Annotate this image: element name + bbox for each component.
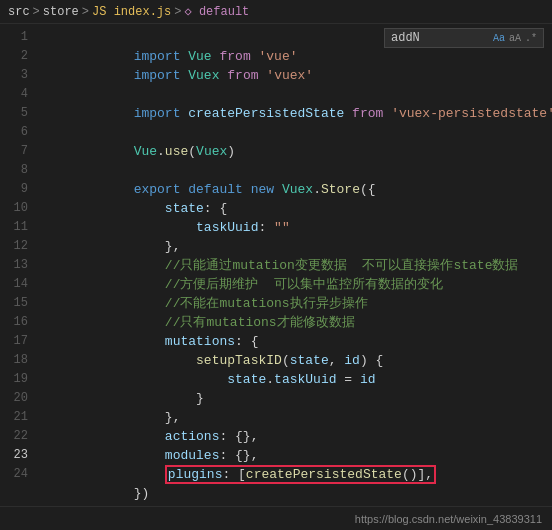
line-num-7: 7 <box>0 142 28 161</box>
line-num-6: 6 <box>0 123 28 142</box>
line-num-3: 3 <box>0 66 28 85</box>
line-num-8: 8 <box>0 161 28 180</box>
autocomplete-header: addN Aa aA .* <box>385 29 543 47</box>
code-lines: import Vue from 'vue' import Vuex from '… <box>36 24 552 506</box>
line-num-11: 11 <box>0 218 28 237</box>
line-numbers: 1 2 3 4 5 6 7 8 9 10 11 12 13 14 15 16 1… <box>0 24 36 506</box>
editor: src > store > JS index.js > ◇ default ad… <box>0 0 552 530</box>
breadcrumb: src > store > JS index.js > ◇ default <box>0 0 552 24</box>
autocomplete-options: Aa aA .* <box>493 33 537 44</box>
plugin-highlight-box: plugins: [createPersistedState()], <box>165 465 436 484</box>
line-num-12: 12 <box>0 237 28 256</box>
line-num-24: 24 <box>0 465 28 484</box>
footer-url: https://blog.csdn.net/weixin_43839311 <box>355 513 542 525</box>
line-num-23: 23 <box>0 446 28 465</box>
breadcrumb-file: JS index.js <box>92 5 171 19</box>
line-num-10: 10 <box>0 199 28 218</box>
line-num-22: 22 <box>0 427 28 446</box>
line-num-17: 17 <box>0 332 28 351</box>
line-num-15: 15 <box>0 294 28 313</box>
code-line-4: import createPersistedState from 'vuex-p… <box>36 85 552 104</box>
line-num-18: 18 <box>0 351 28 370</box>
autocomplete-case-sensitive[interactable]: Aa <box>493 33 505 44</box>
line-num-4: 4 <box>0 85 28 104</box>
line-num-9: 9 <box>0 180 28 199</box>
breadcrumb-store: store <box>43 5 79 19</box>
breadcrumb-export: ◇ default <box>184 4 249 19</box>
code-area[interactable]: 1 2 3 4 5 6 7 8 9 10 11 12 13 14 15 16 1… <box>0 24 552 506</box>
line-num-13: 13 <box>0 256 28 275</box>
line-num-2: 2 <box>0 47 28 66</box>
footer: https://blog.csdn.net/weixin_43839311 <box>0 506 552 530</box>
line-num-1: 1 <box>0 28 28 47</box>
line-num-16: 16 <box>0 313 28 332</box>
autocomplete-popup[interactable]: addN Aa aA .* <box>384 28 544 48</box>
line-num-21: 21 <box>0 408 28 427</box>
line-num-19: 19 <box>0 370 28 389</box>
line-num-14: 14 <box>0 275 28 294</box>
line-num-20: 20 <box>0 389 28 408</box>
code-line-6: Vue.use(Vuex) <box>36 123 552 142</box>
autocomplete-whole-word[interactable]: aA <box>509 33 521 44</box>
autocomplete-regex[interactable]: .* <box>525 33 537 44</box>
autocomplete-query: addN <box>391 31 420 45</box>
code-line-8: export default new Vuex.Store({ <box>36 161 552 180</box>
breadcrumb-src: src <box>8 5 30 19</box>
line-num-5: 5 <box>0 104 28 123</box>
code-line-23: plugins: [createPersistedState()], <box>36 446 552 465</box>
